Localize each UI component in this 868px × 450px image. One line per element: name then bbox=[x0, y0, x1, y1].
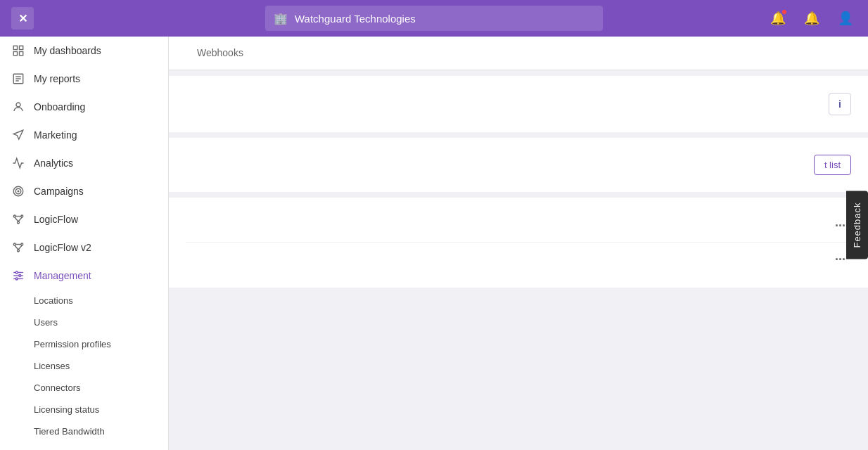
svg-point-18 bbox=[13, 243, 15, 245]
layout: My dashboards My reports Onboarding Mark… bbox=[0, 37, 868, 450]
sidebar-sub-item-tiered-bandwidth[interactable]: Tiered Bandwidth bbox=[0, 420, 168, 442]
onboarding-icon bbox=[11, 100, 25, 114]
topbar-right: 🔔 🔔 👤 bbox=[767, 7, 857, 30]
sidebar-sub-item-wifi-access-hours[interactable]: WiFi Access Hours bbox=[0, 442, 168, 450]
sidebar-sub-label: Connectors bbox=[34, 382, 80, 393]
logicflow-icon bbox=[11, 212, 25, 226]
feedback-container: Feedback bbox=[846, 191, 868, 259]
tab-webhooks[interactable]: Webhooks bbox=[186, 37, 255, 70]
topbar-left: ✕ bbox=[11, 7, 34, 30]
sidebar-sub-label: Permission profiles bbox=[34, 339, 111, 349]
svg-point-20 bbox=[18, 250, 20, 252]
svg-line-23 bbox=[18, 245, 22, 250]
sidebar-item-logicflow-v2[interactable]: LogicFlow v2 bbox=[0, 233, 168, 262]
action-button[interactable]: t list bbox=[814, 155, 851, 175]
sidebar-item-management[interactable]: Management bbox=[0, 262, 168, 290]
svg-line-16 bbox=[15, 217, 18, 221]
alert-badge bbox=[781, 8, 788, 15]
main-content: Webhooks i t list ··· ··· bbox=[169, 37, 868, 450]
topbar: ✕ 🏢 Watchguard Technologies 🔔 🔔 👤 bbox=[0, 0, 868, 37]
alerts-button[interactable]: 🔔 bbox=[767, 7, 789, 30]
svg-line-22 bbox=[15, 245, 18, 250]
sidebar-item-label: LogicFlow bbox=[34, 214, 78, 225]
sidebar-item-label: My dashboards bbox=[34, 45, 101, 56]
sidebar-item-analytics[interactable]: Analytics bbox=[0, 149, 168, 177]
svg-rect-2 bbox=[13, 52, 17, 56]
sidebar-item-label: Onboarding bbox=[34, 101, 85, 112]
sidebar-item-onboarding[interactable]: Onboarding bbox=[0, 93, 168, 121]
user-button[interactable]: 👤 bbox=[834, 7, 857, 30]
info-button[interactable]: i bbox=[829, 93, 851, 115]
svg-point-28 bbox=[19, 275, 21, 277]
marketing-icon bbox=[11, 128, 25, 142]
content-section-3: ··· ··· bbox=[169, 198, 868, 288]
section-row-2: t list bbox=[186, 149, 851, 181]
close-button[interactable]: ✕ bbox=[11, 7, 34, 30]
content-section-1: i bbox=[169, 76, 868, 132]
svg-point-13 bbox=[21, 215, 23, 217]
sidebar-sub-item-locations[interactable]: Locations bbox=[0, 290, 168, 311]
dashboard-icon bbox=[11, 44, 25, 58]
feedback-button[interactable]: Feedback bbox=[846, 191, 868, 259]
content-row-2: ··· bbox=[186, 243, 851, 276]
user-icon: 👤 bbox=[838, 11, 853, 26]
topbar-center: 🏢 Watchguard Technologies bbox=[265, 6, 603, 31]
content-section-2: t list bbox=[169, 138, 868, 192]
svg-point-12 bbox=[13, 215, 15, 217]
sidebar-sub-label: Users bbox=[34, 317, 58, 328]
analytics-icon bbox=[11, 156, 25, 170]
tabs-bar: Webhooks bbox=[169, 37, 868, 70]
section-row-1: i bbox=[186, 87, 851, 121]
sidebar-item-label: LogicFlow v2 bbox=[34, 242, 91, 253]
notifications-button[interactable]: 🔔 bbox=[800, 7, 823, 30]
sidebar-item-label: Management bbox=[34, 270, 91, 281]
sidebar-item-label: Analytics bbox=[34, 158, 73, 169]
sidebar-item-label: My reports bbox=[34, 73, 80, 84]
sidebar-sub-label: Licensing status bbox=[34, 404, 99, 415]
sidebar-item-my-dashboards[interactable]: My dashboards bbox=[0, 37, 168, 65]
sidebar-sub-label: Tiered Bandwidth bbox=[34, 426, 105, 437]
reports-icon bbox=[11, 72, 25, 86]
sidebar-sub-item-licensing-status[interactable]: Licensing status bbox=[0, 399, 168, 420]
sidebar-sub-label: Licenses bbox=[34, 361, 70, 371]
bell-icon: 🔔 bbox=[804, 11, 819, 26]
svg-line-17 bbox=[18, 217, 22, 221]
sidebar-item-my-reports[interactable]: My reports bbox=[0, 65, 168, 93]
company-icon: 🏢 bbox=[274, 12, 288, 25]
sidebar-item-marketing[interactable]: Marketing bbox=[0, 121, 168, 149]
sidebar-item-label: Campaigns bbox=[34, 186, 84, 197]
sidebar-sub-item-users[interactable]: Users bbox=[0, 311, 168, 333]
campaigns-icon bbox=[11, 184, 25, 198]
content-row-1: ··· bbox=[186, 209, 851, 243]
sidebar: My dashboards My reports Onboarding Mark… bbox=[0, 37, 169, 450]
svg-point-27 bbox=[15, 271, 18, 274]
svg-point-29 bbox=[15, 278, 18, 280]
sidebar-item-campaigns[interactable]: Campaigns bbox=[0, 177, 168, 205]
sidebar-item-label: Marketing bbox=[34, 129, 77, 141]
logicflow-v2-icon bbox=[11, 240, 25, 255]
management-icon bbox=[11, 269, 25, 283]
svg-point-8 bbox=[16, 103, 20, 107]
svg-point-11 bbox=[18, 191, 19, 192]
svg-point-14 bbox=[18, 221, 20, 224]
sidebar-sub-label: Locations bbox=[34, 295, 73, 306]
company-name: Watchguard Technologies bbox=[295, 13, 416, 25]
sidebar-sub-item-licenses[interactable]: Licenses bbox=[0, 355, 168, 377]
sidebar-item-logicflow[interactable]: LogicFlow bbox=[0, 205, 168, 233]
svg-rect-1 bbox=[20, 46, 23, 49]
sidebar-sub-item-connectors[interactable]: Connectors bbox=[0, 377, 168, 399]
svg-rect-3 bbox=[20, 52, 23, 56]
sidebar-sub-item-permission-profiles[interactable]: Permission profiles bbox=[0, 333, 168, 355]
svg-point-19 bbox=[21, 243, 23, 245]
svg-rect-0 bbox=[13, 46, 17, 49]
